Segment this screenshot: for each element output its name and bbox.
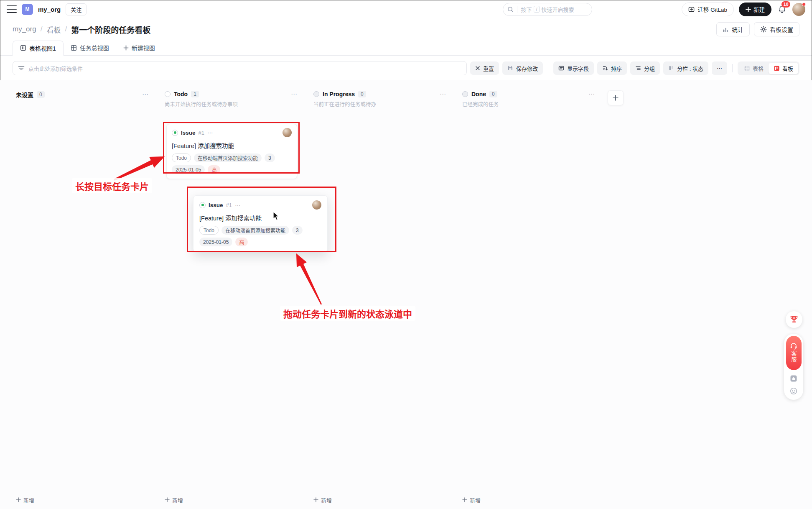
status-circle-icon: [165, 91, 171, 97]
points-tag: 3: [265, 153, 275, 162]
task-card-dragging[interactable]: Issue #1 ⋯ [Feature] 添加搜索功能 Todo 在移动端首页添…: [193, 195, 328, 252]
filter-icon: [18, 65, 25, 71]
description-tag: 在移动端首页添加搜索功能: [194, 153, 262, 162]
points-tag: 3: [292, 226, 303, 235]
user-avatar[interactable]: [792, 3, 805, 16]
stats-button[interactable]: 统计: [716, 22, 750, 36]
status-circle-icon: [462, 91, 468, 97]
column-more-button[interactable]: ⋯: [440, 90, 446, 98]
org-name[interactable]: my_org: [38, 6, 61, 13]
emoji-feedback-button[interactable]: [789, 387, 798, 395]
add-card-button[interactable]: 新增: [16, 496, 34, 504]
issue-type-icon: [172, 130, 178, 136]
add-card-button[interactable]: 新增: [313, 496, 332, 504]
description-tag: 在移动端首页添加搜索功能: [221, 226, 289, 235]
status-tag: Todo: [172, 153, 191, 162]
page-title: 第一个阶段的任务看板: [71, 24, 150, 35]
feedback-widget-button[interactable]: [789, 374, 798, 383]
add-card-button[interactable]: 新增: [165, 496, 183, 504]
notification-count-badge: 10: [781, 1, 790, 8]
gear-icon: [760, 26, 767, 33]
plus-icon: [462, 497, 467, 502]
breadcrumb-row: my_org / 看板 / 第一个阶段的任务看板 统计 看板设置: [0, 18, 812, 40]
group-icon: [635, 65, 641, 71]
import-icon: [688, 6, 695, 13]
more-icon: ⋯: [717, 65, 722, 72]
view-mode-table[interactable]: 表格: [739, 63, 769, 74]
divider: [548, 64, 548, 72]
slash-keycap: /: [534, 6, 539, 13]
tab-table-view-1[interactable]: 表格视图1: [13, 41, 64, 56]
hamburger-menu-icon[interactable]: [7, 5, 17, 13]
show-fields-button[interactable]: 显示字段: [553, 61, 594, 75]
column-count-badge: 1: [191, 91, 199, 97]
customer-service-button[interactable]: 客服: [786, 336, 802, 370]
assignee-avatar[interactable]: [312, 200, 321, 210]
card-more-button[interactable]: ⋯: [207, 129, 214, 136]
filter-placeholder: 点击此处添加筛选条件: [28, 64, 83, 72]
priority-tag: 高: [235, 238, 248, 246]
plus-icon: [16, 497, 21, 502]
column-count-badge: 0: [37, 91, 45, 98]
tab-all-tasks-view[interactable]: 任务总视图: [64, 40, 116, 55]
priority-tag: 高: [208, 165, 220, 174]
more-tools-button[interactable]: ⋯: [712, 61, 727, 75]
ticket-icon: [789, 374, 798, 383]
column-more-button[interactable]: ⋯: [588, 90, 595, 98]
assignee-avatar[interactable]: [283, 128, 292, 137]
column-more-button[interactable]: ⋯: [291, 90, 298, 98]
rewards-button[interactable]: [786, 311, 802, 328]
sort-button[interactable]: 排序: [597, 61, 627, 75]
due-date-tag: 2025-01-05: [199, 238, 232, 246]
board-settings-button[interactable]: 看板设置: [754, 22, 799, 36]
plus-icon: [165, 497, 170, 502]
reset-button[interactable]: 重置: [470, 61, 499, 75]
plus-icon: [313, 497, 318, 502]
columns-icon: [668, 65, 674, 71]
save-changes-button[interactable]: 保存修改: [502, 61, 543, 75]
follow-button[interactable]: 关注: [66, 3, 87, 15]
view-tabs: 表格视图1 任务总视图 新建视图: [0, 40, 812, 56]
add-card-button[interactable]: 新增: [462, 496, 481, 504]
column-description: 当前正在进行的任务或待办: [313, 100, 446, 108]
task-card[interactable]: Issue #1 ⋯ [Feature] 添加搜索功能 Todo 在移动端首页添…: [166, 124, 297, 179]
view-mode-board[interactable]: 看板: [769, 63, 798, 74]
filter-condition-input[interactable]: 点击此处添加筛选条件: [13, 61, 467, 75]
global-search-input[interactable]: 按下 / 快速开启搜索: [503, 3, 592, 16]
search-icon: [507, 6, 514, 13]
migrate-gitlab-button[interactable]: 迁移 GitLab: [682, 3, 734, 16]
app-window: M my_org 关注 按下 / 快速开启搜索 迁移 GitLab 新建 10: [0, 0, 812, 509]
trophy-icon: [789, 315, 799, 324]
column-title: 未设置: [16, 90, 33, 99]
headset-icon: [790, 343, 797, 350]
column-in-progress: In Progress 0 ⋯ 当前正在进行的任务或待办: [310, 80, 459, 108]
bar-chart-icon: [723, 26, 729, 33]
column-description: 已经完成的任务: [462, 100, 595, 108]
org-logo[interactable]: M: [22, 4, 33, 15]
card-title[interactable]: [Feature] 添加搜索功能: [172, 141, 292, 150]
column-todo: Todo 1 ⋯ 尚未开始执行的任务或待办事项: [161, 80, 310, 108]
column-title: In Progress: [323, 91, 355, 97]
view-mode-switch: 表格 看板: [738, 61, 799, 75]
card-number: #1: [199, 130, 204, 136]
card-more-button[interactable]: ⋯: [235, 202, 241, 208]
issue-type-icon: [199, 202, 206, 208]
tab-new-view[interactable]: 新建视图: [116, 40, 162, 55]
group-button[interactable]: 分组: [630, 61, 660, 75]
notifications-button[interactable]: 10: [776, 4, 787, 15]
column-title: Done: [471, 91, 486, 97]
breadcrumb-org[interactable]: my_org: [13, 25, 36, 33]
add-card-row: 新增 新增 新增 新增: [0, 496, 608, 504]
column-more-button[interactable]: ⋯: [142, 91, 149, 98]
new-button[interactable]: 新建: [739, 3, 771, 16]
column-count-badge: 0: [358, 91, 366, 97]
split-by-status-button[interactable]: 分栏 : 状态: [663, 61, 708, 75]
add-column-button[interactable]: [608, 90, 624, 105]
board-view-icon: [20, 45, 26, 51]
card-number: #1: [226, 202, 232, 208]
breadcrumb-boards[interactable]: 看板: [46, 24, 61, 35]
filter-toolbar: 点击此处添加筛选条件 重置 保存修改 显示字段 排序 分组 分栏 : 状态: [0, 56, 812, 80]
plus-icon: [123, 45, 129, 51]
card-title[interactable]: [Feature] 添加搜索功能: [199, 213, 321, 222]
kanban-icon: [774, 65, 780, 72]
